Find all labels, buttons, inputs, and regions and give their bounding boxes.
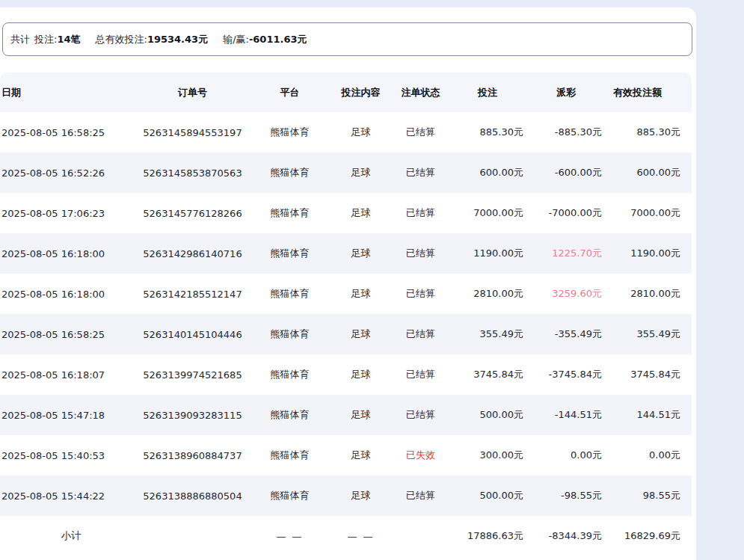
cell-platform: 熊猫体育 — [243, 233, 336, 274]
cell-platform: 熊猫体育 — [243, 153, 336, 193]
cell-bet-amount: 7000.00元 — [456, 193, 535, 233]
cell-bet-amount: 885.30元 — [456, 112, 535, 153]
cell-platform: 熊猫体育 — [243, 193, 336, 233]
cell-bet-content: 足球 — [336, 153, 385, 193]
summary-total-label: 共计 — [10, 33, 30, 46]
cell-order-number: 5263138886880504 — [142, 476, 243, 516]
summary-stat-valid-total-label: 总有效投注: — [95, 34, 147, 45]
cell-status: 已结算 — [385, 395, 456, 435]
cell-status: 已结算 — [385, 314, 456, 354]
subtotal-bet: 17886.63元 — [456, 516, 535, 556]
cell-order-number: 5263145853870563 — [142, 153, 243, 193]
bets-table: 日期 订单号 平台 投注内容 注单状态 投注 派彩 有效投注额 2025-08-… — [0, 73, 692, 556]
subtotal-valid: 16829.69元 — [613, 516, 692, 556]
column-header-status: 注单状态 — [385, 73, 456, 112]
cell-date: 2025-08-05 15:47:18 — [0, 395, 142, 435]
cell-payout: -98.55元 — [535, 476, 613, 516]
cell-valid-amount: 1190.00元 — [613, 233, 692, 274]
cell-order-number: 5263145894553197 — [142, 112, 243, 153]
cell-bet-amount: 300.00元 — [456, 435, 535, 476]
cell-bet-amount: 500.00元 — [456, 476, 535, 516]
column-header-bet: 投注 — [456, 73, 535, 112]
cell-date: 2025-08-05 16:52:26 — [0, 153, 142, 193]
cell-bet-amount: 1190.00元 — [456, 233, 535, 274]
cell-date: 2025-08-05 16:18:00 — [0, 274, 142, 314]
cell-bet-content: 足球 — [336, 395, 385, 435]
summary-stat-bets-label: 投注: — [34, 34, 57, 45]
cell-bet-content: 足球 — [336, 274, 385, 314]
cell-payout: 1225.70元 — [535, 233, 613, 274]
table-body: 2025-08-05 16:58:25 5263145894553197 熊猫体… — [0, 112, 692, 516]
subtotal-label: 小计 — [0, 516, 142, 556]
cell-status: 已结算 — [385, 193, 456, 233]
content-card: 共计 投注:14笔 总有效投注:19534.43元 输/赢:-6011.63元 — [0, 7, 696, 560]
cell-valid-amount: 2810.00元 — [613, 274, 692, 314]
cell-bet-content: 足球 — [336, 112, 385, 153]
table-row: 2025-08-05 16:52:26 5263145853870563 熊猫体… — [0, 153, 692, 193]
cell-order-number: 5263142986140716 — [142, 233, 243, 274]
cell-date: 2025-08-05 16:58:25 — [0, 112, 142, 153]
summary-stat-bets-value: 14笔 — [57, 34, 80, 45]
summary-stat-valid-total: 总有效投注:19534.43元 — [95, 33, 208, 46]
cell-status: 已结算 — [385, 354, 456, 395]
cell-valid-amount: 885.30元 — [613, 112, 692, 153]
cell-payout: 0.00元 — [535, 435, 613, 476]
cell-valid-amount: 98.55元 — [613, 476, 692, 516]
summary-stat-winloss: 输/赢:-6011.63元 — [223, 33, 307, 46]
table-row: 2025-08-05 17:06:23 5263145776128266 熊猫体… — [0, 193, 692, 233]
column-header-payout: 派彩 — [535, 73, 613, 112]
table-row: 2025-08-05 15:44:22 5263138886880504 熊猫体… — [0, 476, 692, 516]
cell-date: 2025-08-05 17:06:23 — [0, 193, 142, 233]
cell-order-number: 5263142185512147 — [142, 274, 243, 314]
cell-platform: 熊猫体育 — [243, 395, 336, 435]
cell-valid-amount: 0.00元 — [613, 435, 692, 476]
cell-status: 已结算 — [385, 233, 456, 274]
cell-order-number: 5263139093283115 — [142, 395, 243, 435]
cell-bet-content: 足球 — [336, 233, 385, 274]
summary-stat-winloss-value: -6011.63元 — [249, 34, 307, 45]
cell-status: 已结算 — [385, 112, 456, 153]
cell-date: 2025-08-05 15:44:22 — [0, 476, 142, 516]
table-row: 2025-08-05 15:47:18 5263139093283115 熊猫体… — [0, 395, 692, 435]
cell-bet-content: 足球 — [336, 435, 385, 476]
cell-order-number: 5263139974521685 — [142, 354, 243, 395]
cell-bet-content: 足球 — [336, 476, 385, 516]
cell-bet-amount: 2810.00元 — [456, 274, 535, 314]
cell-bet-amount: 3745.84元 — [456, 354, 535, 395]
cell-status: 已结算 — [385, 153, 456, 193]
cell-payout: 3259.60元 — [535, 274, 613, 314]
cell-valid-amount: 144.51元 — [613, 395, 692, 435]
cell-bet-content: 足球 — [336, 193, 385, 233]
summary-stat-winloss-label: 输/赢: — [223, 34, 249, 45]
cell-status: 已结算 — [385, 476, 456, 516]
cell-payout: -600.00元 — [535, 153, 613, 193]
cell-payout: -3745.84元 — [535, 354, 613, 395]
table-row: 2025-08-05 16:18:00 5263142185512147 熊猫体… — [0, 274, 692, 314]
cell-bet-amount: 355.49元 — [456, 314, 535, 354]
cell-valid-amount: 600.00元 — [613, 153, 692, 193]
cell-date: 2025-08-05 15:40:53 — [0, 435, 142, 476]
table-row: 2025-08-05 16:18:00 5263142986140716 熊猫体… — [0, 233, 692, 274]
table-row: 2025-08-05 16:18:07 5263139974521685 熊猫体… — [0, 354, 692, 395]
cell-bet-amount: 500.00元 — [456, 395, 535, 435]
subtotal-order — [142, 516, 243, 556]
cell-platform: 熊猫体育 — [243, 476, 336, 516]
table-header-row: 日期 订单号 平台 投注内容 注单状态 投注 派彩 有效投注额 — [0, 73, 692, 112]
column-header-platform: 平台 — [243, 73, 336, 112]
subtotal-payout: -8344.39元 — [535, 516, 613, 556]
cell-platform: 熊猫体育 — [243, 112, 336, 153]
cell-order-number: 5263145776128266 — [142, 193, 243, 233]
table-row: 2025-08-05 15:40:53 5263138960884737 熊猫体… — [0, 435, 692, 476]
column-header-date: 日期 — [0, 73, 142, 112]
column-header-order: 订单号 — [142, 73, 243, 112]
summary-bar: 共计 投注:14笔 总有效投注:19534.43元 输/赢:-6011.63元 — [2, 22, 692, 56]
cell-bet-amount: 600.00元 — [456, 153, 535, 193]
cell-valid-amount: 355.49元 — [613, 314, 692, 354]
cell-bet-content: 足球 — [336, 354, 385, 395]
cell-date: 2025-08-05 16:18:07 — [0, 354, 142, 395]
cell-order-number: 5263140145104446 — [142, 314, 243, 354]
cell-date: 2025-08-05 16:58:25 — [0, 314, 142, 354]
cell-payout: -144.51元 — [535, 395, 613, 435]
summary-stat-bets: 投注:14笔 — [34, 33, 80, 46]
cell-status: 已结算 — [385, 274, 456, 314]
